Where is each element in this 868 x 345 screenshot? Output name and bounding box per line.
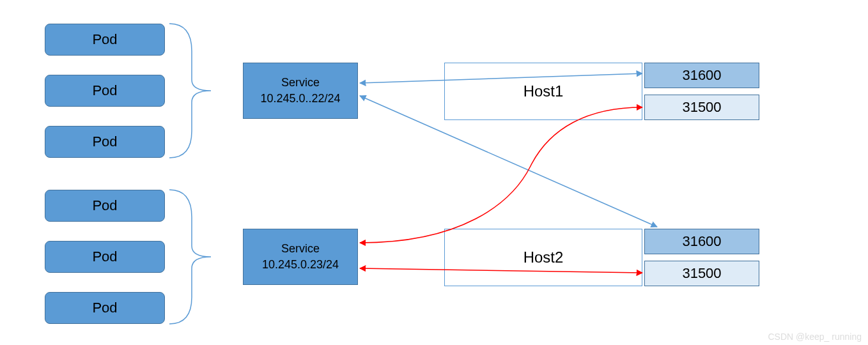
watermark-text: CSDN @keep_ running [768,332,862,342]
host-box-2: Host2 [444,229,642,286]
service-cidr: 10.245.0..22/24 [260,91,340,107]
pod-label: Pod [92,249,117,265]
service-box-1: Service 10.245.0..22/24 [243,63,358,119]
port-box: 31500 [644,95,759,120]
pod-label: Pod [92,31,117,48]
pod-label: Pod [92,82,117,99]
host-label: Host2 [523,249,564,266]
pod-label: Pod [92,300,117,316]
host-box-1: Host1 [444,63,642,120]
port-label: 31600 [682,233,721,250]
pod-label: Pod [92,134,117,150]
service-box-2: Service 10.245.0.23/24 [243,229,358,285]
host-label: Host1 [523,82,564,100]
port-label: 31500 [682,265,721,282]
service-cidr: 10.245.0.23/24 [262,257,339,273]
port-box: 31500 [644,261,759,286]
watermark: CSDN @keep_ running [768,332,862,342]
pod-box: Pod [45,292,165,324]
pod-box: Pod [45,75,165,107]
service-title: Service [281,241,320,257]
port-box: 31600 [644,63,759,88]
port-box: 31600 [644,229,759,254]
pod-box: Pod [45,126,165,158]
service-title: Service [281,75,320,91]
pod-label: Pod [92,197,117,214]
pod-box: Pod [45,190,165,222]
port-label: 31600 [682,67,721,84]
pod-box: Pod [45,241,165,273]
arrow-red-curve [360,107,642,243]
pod-box: Pod [45,24,165,56]
port-label: 31500 [682,99,721,116]
